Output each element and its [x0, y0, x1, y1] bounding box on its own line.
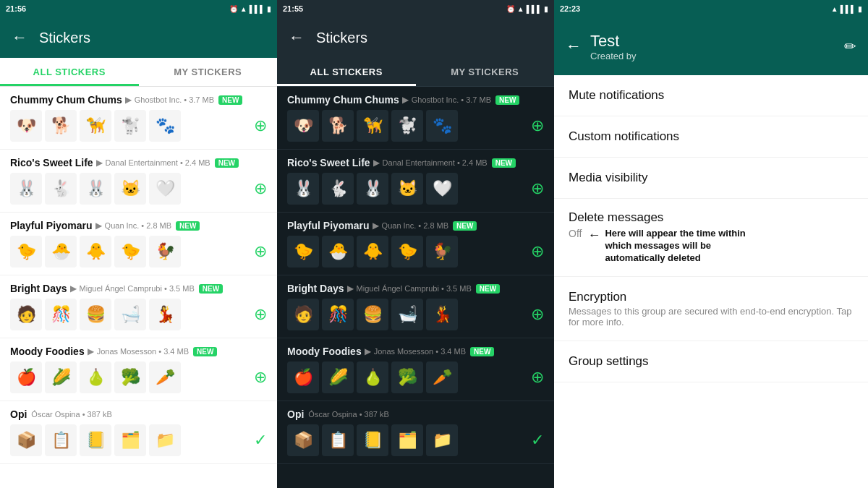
tab-my-stickers-2[interactable]: MY STICKERS — [416, 58, 555, 86]
media-visibility-item[interactable]: Media visibility — [554, 158, 868, 199]
sticker-thumb: 🐰 — [287, 173, 319, 205]
sticker-pack-rico-1[interactable]: Rico's Sweet Life ▶ Danal Entertainment … — [0, 150, 277, 213]
alarm-icon: ⏰ — [229, 5, 238, 13]
battery-icon-3: ▮ — [858, 5, 862, 13]
play-icon: ▶ — [125, 95, 132, 105]
sticker-thumbnails: 🍎 🌽 🍐 🥦 🥕 — [287, 361, 458, 393]
delete-messages-item[interactable]: Delete messages Off ← Here will appear t… — [554, 199, 868, 277]
battery-icon: ▮ — [267, 5, 271, 13]
back-button-1[interactable]: ← — [12, 28, 27, 47]
sticker-thumb: 🐩 — [114, 110, 146, 142]
wifi-icon-2: ▲ — [517, 5, 524, 13]
mute-notifications-item[interactable]: Mute notifications — [554, 75, 868, 116]
sticker-thumb: 📦 — [287, 424, 319, 456]
pack-meta: Ghostbot Inc. • 3.7 MB — [135, 95, 214, 104]
app-bar-2: ← Stickers — [277, 17, 554, 58]
sticker-pack-chummy-2[interactable]: Chummy Chum Chums ▶ Ghostbot Inc. • 3.7 … — [277, 87, 554, 150]
sticker-pack-piyomaru-2[interactable]: Playful Piyomaru ▶ Quan Inc. • 2.8 MB NE… — [277, 213, 554, 275]
sticker-thumb: 🍎 — [287, 361, 319, 393]
pack-meta: Óscar Ospina • 387 kB — [31, 410, 111, 419]
tab-all-stickers-2[interactable]: ALL STICKERS — [277, 58, 416, 86]
sticker-thumb: 🧑 — [10, 299, 42, 330]
sticker-thumb: 🐶 — [10, 110, 42, 142]
pack-name: Bright Days — [10, 283, 67, 294]
sticker-pack-bright-1[interactable]: Bright Days ▶ Miguel Ángel Camprubi • 3.… — [0, 275, 277, 338]
sticker-thumb: 🍔 — [80, 299, 111, 330]
panel-1: 21:56 ⏰ ▲ ▌▌▌ ▮ ← Stickers ALL STICKERS … — [0, 0, 277, 488]
status-time-2: 21:55 — [283, 4, 303, 13]
panel-2: 21:55 ⏰ ▲ ▌▌▌ ▮ ← Stickers ALL STICKERS … — [277, 0, 554, 488]
group-app-bar: ← Test Created by ✏ — [554, 17, 868, 75]
download-button[interactable]: ⊕ — [531, 242, 544, 261]
download-button[interactable]: ⊕ — [531, 116, 544, 135]
download-button[interactable]: ⊕ — [531, 305, 544, 324]
download-button[interactable]: ⊕ — [254, 368, 267, 387]
tabs-2: ALL STICKERS MY STICKERS — [277, 58, 554, 87]
download-button[interactable]: ⊕ — [254, 305, 267, 324]
tab-all-stickers-1[interactable]: ALL STICKERS — [0, 58, 139, 86]
pack-name: Playful Piyomaru — [10, 220, 93, 231]
sticker-thumb: 🐥 — [357, 236, 388, 267]
sticker-thumb: 🐤 — [114, 236, 146, 267]
sticker-thumb: 🐣 — [322, 236, 354, 267]
new-badge: NEW — [218, 95, 242, 105]
download-button[interactable]: ⊕ — [254, 116, 267, 135]
download-button[interactable]: ⊕ — [531, 368, 544, 387]
downloaded-check-dark: ✓ — [531, 431, 544, 450]
status-time-1: 21:56 — [6, 4, 26, 13]
play-icon: ▶ — [365, 346, 371, 356]
sticker-thumb: 📒 — [357, 424, 388, 456]
sticker-thumb: 🐤 — [10, 236, 42, 267]
sticker-thumb: 🤍 — [426, 173, 458, 205]
sticker-pack-chummy-1[interactable]: Chummy Chum Chums ▶ Ghostbot Inc. • 3.7 … — [0, 87, 277, 150]
alarm-icon-2: ⏰ — [506, 5, 515, 13]
tab-my-stickers-1[interactable]: MY STICKERS — [139, 58, 278, 86]
sticker-thumb: 🐕 — [45, 110, 77, 142]
play-icon: ▶ — [373, 158, 380, 168]
sticker-thumb: 🐇 — [45, 173, 77, 205]
sticker-pack-opi-2[interactable]: Opi Óscar Ospina • 387 kB 📦 📋 📒 🗂️ 📁 ✓ — [277, 401, 554, 464]
sticker-thumbnails: 🍎 🌽 🍐 🥦 🥕 — [10, 361, 181, 393]
pack-name: Opi — [10, 408, 27, 420]
pack-name-dark: Bright Days — [287, 283, 344, 294]
sticker-thumb: 📁 — [426, 424, 458, 456]
downloaded-check: ✓ — [254, 431, 267, 450]
edit-button[interactable]: ✏ — [844, 38, 856, 55]
status-icons-2: ⏰ ▲ ▌▌▌ ▮ — [506, 5, 548, 13]
settings-list: Mute notifications Custom notifications … — [554, 75, 868, 488]
play-icon: ▶ — [95, 221, 102, 231]
sticker-pack-moody-2[interactable]: Moody Foodies ▶ Jonas Mosesson • 3.4 MB … — [277, 338, 554, 401]
sticker-thumb: 🥦 — [391, 361, 423, 393]
group-settings-item[interactable]: Group settings — [554, 341, 868, 382]
sticker-pack-bright-2[interactable]: Bright Days ▶ Miguel Ángel Camprubi • 3.… — [277, 275, 554, 338]
custom-notifications-item[interactable]: Custom notifications — [554, 116, 868, 158]
sticker-thumbnails: 🐰 🐇 🐰 🐱 🤍 — [10, 173, 181, 205]
sticker-pack-rico-2[interactable]: Rico's Sweet Life ▶ Danal Entertainment … — [277, 150, 554, 213]
sticker-thumb: 📁 — [149, 424, 181, 456]
sticker-thumbnails: 🧑 🎊 🍔 🛁 💃 — [287, 299, 458, 330]
delete-messages-label: Delete messages — [569, 210, 854, 225]
download-button[interactable]: ⊕ — [254, 179, 267, 198]
pack-meta: Ghostbot Inc. • 3.7 MB — [412, 95, 491, 104]
encryption-item[interactable]: Encryption Messages to this group are se… — [554, 277, 868, 341]
sticker-thumb: 🗂️ — [114, 424, 146, 456]
sticker-thumb: 🐰 — [80, 173, 111, 205]
sticker-pack-piyomaru-1[interactable]: Playful Piyomaru ▶ Quan Inc. • 2.8 MB NE… — [0, 213, 277, 275]
download-button[interactable]: ⊕ — [531, 179, 544, 198]
sticker-pack-moody-1[interactable]: Moody Foodies ▶ Jonas Mosesson • 3.4 MB … — [0, 338, 277, 401]
download-button[interactable]: ⊕ — [254, 242, 267, 261]
pack-name-dark: Chummy Chum Chums — [287, 94, 399, 106]
group-back-button[interactable]: ← — [566, 37, 582, 56]
sticker-thumb: 🎊 — [45, 299, 77, 330]
sticker-thumb: 🐕 — [322, 110, 354, 142]
pack-meta: Danal Entertainment • 2.4 MB — [383, 158, 488, 167]
sticker-pack-opi-1[interactable]: Opi Óscar Ospina • 387 kB 📦 📋 📒 🗂️ 📁 ✓ — [0, 401, 277, 464]
pack-meta: Quan Inc. • 2.8 MB — [382, 221, 449, 230]
sticker-thumb: 🐓 — [426, 236, 458, 267]
pack-name-dark: Playful Piyomaru — [287, 220, 370, 231]
sticker-list-2: Chummy Chum Chums ▶ Ghostbot Inc. • 3.7 … — [277, 87, 554, 488]
signal-icon-3: ▌▌▌ — [841, 5, 856, 13]
new-badge: NEW — [176, 221, 200, 231]
back-button-2[interactable]: ← — [289, 28, 305, 47]
sticker-thumb: 🌽 — [45, 361, 77, 393]
